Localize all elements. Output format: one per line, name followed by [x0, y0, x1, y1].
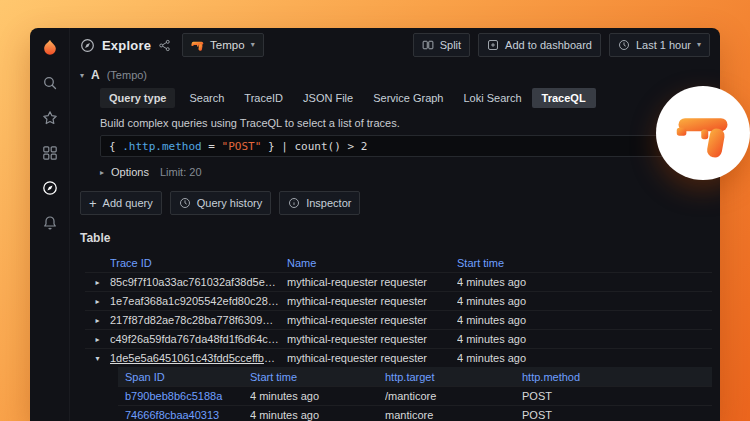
tab-search[interactable]: Search	[179, 88, 234, 108]
traceql-code-line: { .http.method = "POST" } | count() > 2	[109, 140, 367, 153]
column-header-trace-id[interactable]: Trace ID	[110, 257, 287, 269]
chevron-down-icon[interactable]: ▾	[85, 354, 110, 363]
sidebar-item-explore[interactable]	[38, 176, 62, 200]
add-panel-icon	[487, 39, 499, 51]
chevron-right-icon[interactable]: ▸	[100, 168, 104, 177]
options-label[interactable]: Options	[111, 166, 149, 178]
trace-id-cell[interactable]: 1e7eaf368a1c9205542efd80c28b7e39	[110, 295, 287, 307]
tab-service-graph[interactable]: Service Graph	[363, 88, 453, 108]
panel-title: Table	[80, 231, 712, 245]
trace-name-cell: mythical-requester requester	[287, 314, 457, 326]
grafana-window: Explore Tempo ▾	[30, 28, 720, 421]
chevron-right-icon[interactable]: ▸	[85, 335, 110, 344]
trace-id-cell[interactable]: 85c9f7f10a33ac761032af38d5eaff9	[110, 276, 287, 288]
span-method-cell: POST	[522, 390, 712, 402]
history-clock-icon	[179, 197, 191, 209]
sidebar-item-alerting[interactable]	[38, 211, 62, 235]
time-range-label: Last 1 hour	[636, 39, 691, 51]
span-row[interactable]: 74666f8cbaa403134 minutes agomanticorePO…	[118, 405, 712, 421]
span-column-header[interactable]: http.target	[385, 371, 522, 383]
datasource-picker[interactable]: Tempo ▾	[182, 33, 264, 57]
query-type-tabs: SearchTraceIDJSON FileService GraphLoki …	[179, 88, 595, 108]
span-id-link[interactable]: 74666f8cbaa40313	[125, 409, 250, 421]
trace-row[interactable]: ▸c49f26a59fda767da48fd1f6d64c9ddmythical…	[85, 329, 712, 348]
code-token: () >	[328, 140, 361, 153]
span-column-header[interactable]: http.method	[522, 371, 712, 383]
compass-icon	[42, 180, 58, 196]
chevron-right-icon[interactable]: ▸	[85, 297, 110, 306]
options-limit: Limit: 20	[160, 166, 202, 178]
explore-toolbar: Explore Tempo ▾	[70, 28, 720, 62]
span-row[interactable]: b790beb8b6c5188a4 minutes ago/manticoreP…	[118, 386, 712, 405]
trace-table-body: ▸85c9f7f10a33ac761032af38d5eaff9mythical…	[85, 272, 712, 421]
trace-start-cell: 4 minutes ago	[457, 333, 712, 345]
span-start-cell: 4 minutes ago	[250, 390, 385, 402]
span-table: Span IDStart timehttp.targethttp.methodb…	[118, 367, 712, 421]
inspector-button[interactable]: Inspector	[279, 191, 360, 215]
trace-start-cell: 4 minutes ago	[457, 314, 712, 326]
trace-id-cell[interactable]: 217f87d82ae78c28ba778f6309844b32	[110, 314, 287, 326]
query-editor: ▾ A (Tempo) Query type SearchTraceIDJSON…	[70, 62, 720, 178]
span-target-cell: manticore	[385, 409, 522, 421]
code-token: .http.method	[122, 140, 201, 153]
sidebar-item-dashboards[interactable]	[38, 141, 62, 165]
trace-row[interactable]: ▸85c9f7f10a33ac761032af38d5eaff9mythical…	[85, 272, 712, 291]
query-ref-id: A	[91, 68, 100, 82]
page-title: Explore	[102, 38, 151, 53]
inspector-label: Inspector	[306, 197, 351, 209]
chevron-down-icon: ▾	[697, 41, 701, 49]
query-type-row: Query type SearchTraceIDJSON FileService…	[100, 88, 710, 108]
query-history-button[interactable]: Query history	[170, 191, 271, 215]
time-range-picker[interactable]: Last 1 hour ▾	[609, 33, 710, 57]
search-icon	[42, 75, 58, 91]
add-to-dashboard-button[interactable]: Add to dashboard	[478, 33, 601, 57]
trace-name-cell: mythical-requester requester	[287, 333, 457, 345]
chevron-down-icon: ▾	[251, 41, 255, 49]
tempo-logo-badge	[656, 86, 750, 180]
trace-row[interactable]: ▸217f87d82ae78c28ba778f6309844b32mythica…	[85, 310, 712, 329]
query-datasource-hint: (Tempo)	[107, 69, 147, 81]
query-type-label: Query type	[100, 88, 175, 108]
span-start-cell: 4 minutes ago	[250, 409, 385, 421]
chevron-right-icon[interactable]: ▸	[85, 316, 110, 325]
add-query-label: Add query	[103, 197, 153, 209]
clock-icon	[618, 39, 630, 51]
options-row: ▸ Options Limit: 20	[100, 166, 710, 178]
column-header-start-time[interactable]: Start time	[457, 257, 712, 269]
trace-id-cell[interactable]: 1de5e5a6451061c43fdd5cceffb6930a	[110, 352, 287, 364]
trace-start-cell: 4 minutes ago	[457, 352, 712, 364]
bell-icon	[42, 215, 58, 231]
tempo-gun-icon	[675, 105, 731, 161]
span-id-link[interactable]: b790beb8b6c5188a	[125, 390, 250, 402]
grafana-logo[interactable]	[38, 36, 62, 60]
code-token: 2	[361, 140, 368, 153]
traceql-code-editor[interactable]: { .http.method = "POST" } | count() > 2	[100, 135, 710, 157]
chevron-right-icon[interactable]: ▸	[85, 278, 110, 287]
span-column-header[interactable]: Start time	[250, 371, 385, 383]
span-table-header: Span IDStart timehttp.targethttp.method	[118, 367, 712, 386]
trace-name-cell: mythical-requester requester	[287, 276, 457, 288]
add-query-button[interactable]: + Add query	[80, 191, 162, 215]
tab-traceid[interactable]: TraceID	[234, 88, 293, 108]
chevron-down-icon[interactable]: ▾	[80, 71, 84, 80]
code-token: "POST"	[222, 140, 262, 153]
tab-json-file[interactable]: JSON File	[293, 88, 363, 108]
code-token: count	[294, 140, 327, 153]
sidebar-item-starred[interactable]	[38, 106, 62, 130]
tab-loki-search[interactable]: Loki Search	[453, 88, 531, 108]
column-header-name[interactable]: Name	[287, 257, 457, 269]
share-icon[interactable]	[158, 39, 171, 52]
desktop-background: { "colors": { "background_gradient_start…	[0, 0, 750, 421]
sidebar-item-search[interactable]	[38, 71, 62, 95]
split-button[interactable]: Split	[413, 33, 470, 57]
trace-start-cell: 4 minutes ago	[457, 295, 712, 307]
trace-id-cell[interactable]: c49f26a59fda767da48fd1f6d64c9dd	[110, 333, 287, 345]
tab-traceql[interactable]: TraceQL	[532, 88, 596, 108]
query-ref-row[interactable]: ▾ A (Tempo)	[80, 68, 710, 82]
datasource-name: Tempo	[210, 39, 245, 51]
trace-row[interactable]: ▸1e7eaf368a1c9205542efd80c28b7e39mythica…	[85, 291, 712, 310]
code-token: } |	[261, 140, 294, 153]
trace-row[interactable]: ▾1de5e5a6451061c43fdd5cceffb6930amythica…	[85, 348, 712, 367]
trace-table-header: Trace ID Name Start time	[85, 254, 712, 272]
span-column-header[interactable]: Span ID	[125, 371, 250, 383]
